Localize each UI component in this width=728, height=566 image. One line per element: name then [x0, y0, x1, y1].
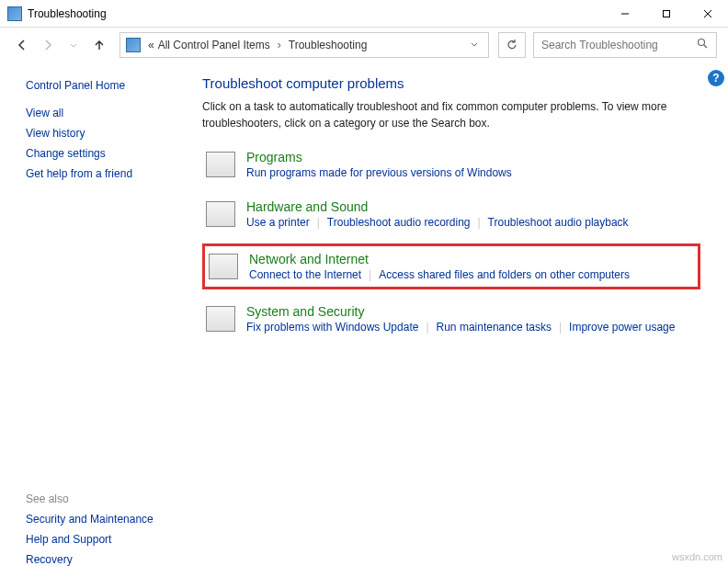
search-input[interactable] — [541, 39, 697, 51]
svg-point-4 — [699, 40, 705, 46]
category-title[interactable]: Programs — [246, 150, 691, 164]
task-link[interactable]: Fix problems with Windows Update — [246, 321, 418, 334]
task-link-label: Troubleshoot audio playback — [488, 216, 629, 229]
link-separator: | — [552, 321, 569, 334]
see-also-help[interactable]: Help and Support — [26, 533, 193, 546]
window-title: Troubleshooting — [28, 7, 604, 20]
sidebar-link-change-settings[interactable]: Change settings — [26, 147, 193, 160]
link-separator: | — [418, 321, 436, 334]
control-panel-home-link[interactable]: Control Panel Home — [26, 79, 193, 92]
breadcrumb-item[interactable]: Troubleshooting — [287, 39, 370, 51]
link-separator: | — [361, 268, 379, 281]
refresh-button[interactable] — [498, 32, 526, 58]
task-link-label: Connect to the Internet — [249, 268, 361, 281]
watermark: wsxdn.com — [672, 551, 722, 562]
svg-line-5 — [704, 45, 707, 48]
task-link-label: Access shared files and folders on other… — [379, 268, 630, 281]
category-icon — [204, 304, 237, 334]
search-icon[interactable] — [697, 38, 709, 52]
page-title: Troubleshoot computer problems — [202, 75, 700, 91]
page-description: Click on a task to automatically trouble… — [202, 98, 680, 131]
task-link[interactable]: Run maintenance tasks — [437, 321, 552, 334]
see-also-security[interactable]: Security and Maintenance — [26, 513, 193, 526]
category-icon — [207, 252, 240, 281]
task-link-label: Fix problems with Windows Update — [246, 321, 418, 334]
main-panel: ? Troubleshoot computer problems Click o… — [193, 70, 728, 566]
task-link-label: Use a printer — [246, 216, 310, 229]
sidebar-link-view-all[interactable]: View all — [26, 107, 193, 119]
task-link-label: Troubleshoot audio recording — [327, 216, 471, 229]
category-row: System and SecurityFix problems with Win… — [202, 299, 700, 339]
category-row: Hardware and SoundUse a printer|Troubles… — [202, 194, 700, 234]
task-link[interactable]: Improve power usage — [569, 321, 675, 334]
see-also-recovery[interactable]: Recovery — [26, 553, 193, 566]
category-title[interactable]: System and Security — [246, 304, 691, 319]
up-button[interactable] — [88, 34, 110, 56]
link-separator: | — [310, 216, 327, 229]
category-title[interactable]: Hardware and Sound — [246, 199, 691, 214]
task-link[interactable]: Troubleshoot audio recording — [327, 216, 471, 229]
minimize-button[interactable] — [604, 0, 645, 28]
breadcrumb-item[interactable]: All Control Panel Items — [156, 39, 272, 51]
location-icon — [126, 38, 141, 52]
sidebar: Control Panel Home View all View history… — [0, 70, 193, 566]
category-title[interactable]: Network and Internet — [249, 252, 688, 266]
svg-rect-1 — [663, 10, 669, 17]
see-also-heading: See also — [26, 492, 193, 505]
forward-button[interactable] — [37, 34, 59, 56]
category-row: ProgramsRun programs made for previous v… — [202, 144, 700, 185]
sidebar-link-get-help[interactable]: Get help from a friend — [26, 167, 193, 180]
task-link-label: Run programs made for previous versions … — [246, 166, 512, 179]
link-separator: | — [470, 216, 487, 229]
task-link-label: Run maintenance tasks — [437, 321, 552, 334]
sidebar-link-view-history[interactable]: View history — [26, 127, 193, 140]
back-button[interactable] — [11, 34, 33, 56]
navbar: « All Control Panel Items › Troubleshoot… — [0, 28, 728, 62]
task-link[interactable]: Troubleshoot audio playback — [488, 216, 629, 229]
task-link[interactable]: Access shared files and folders on other… — [379, 268, 630, 281]
help-icon[interactable]: ? — [708, 70, 724, 86]
chevron-right-icon[interactable]: › — [272, 39, 287, 51]
content-area: Control Panel Home View all View history… — [0, 62, 728, 566]
titlebar: Troubleshooting — [0, 0, 728, 28]
task-link-label: Improve power usage — [569, 321, 675, 334]
recent-dropdown[interactable] — [63, 34, 85, 56]
address-bar[interactable]: « All Control Panel Items › Troubleshoot… — [119, 32, 489, 58]
search-box[interactable] — [533, 32, 717, 58]
maximize-button[interactable] — [645, 0, 687, 28]
address-dropdown[interactable] — [466, 39, 483, 51]
window-controls — [604, 0, 728, 28]
breadcrumb-prefix[interactable]: « — [146, 39, 156, 51]
task-link[interactable]: Use a printer — [246, 216, 310, 229]
app-icon — [7, 6, 22, 21]
category-icon — [204, 199, 237, 229]
close-button[interactable] — [687, 0, 728, 28]
category-icon — [204, 150, 237, 179]
category-row: Network and InternetConnect to the Inter… — [202, 243, 700, 289]
task-link[interactable]: Connect to the Internet — [249, 268, 361, 281]
task-link[interactable]: Run programs made for previous versions … — [246, 166, 512, 179]
